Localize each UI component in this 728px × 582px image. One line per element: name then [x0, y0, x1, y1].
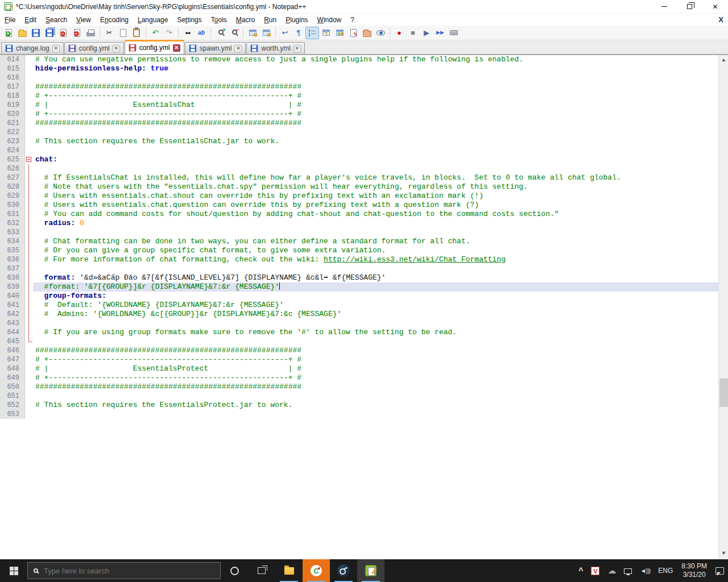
play-macro-button[interactable]: ▶ — [420, 27, 433, 39]
menu-plugins[interactable]: Plugins — [281, 15, 312, 25]
tray-clock[interactable]: 8:30 PM 3/31/20 — [677, 559, 712, 582]
code-text[interactable] — [33, 410, 718, 419]
stop-macro-button[interactable]: ■ — [406, 27, 420, 39]
word-wrap-button[interactable]: ↩ — [278, 27, 292, 39]
find-button[interactable]: ●● — [181, 27, 195, 39]
document-map-button[interactable] — [333, 27, 346, 39]
tab-config.yml[interactable]: config.yml✕ — [125, 40, 184, 54]
minimize-button[interactable] — [651, 0, 677, 14]
save-macro-button[interactable] — [447, 27, 461, 39]
tray-volume[interactable]: ◄))) — [636, 559, 654, 582]
folder-as-workspace-button[interactable] — [360, 27, 374, 39]
show-all-characters-button[interactable]: ¶ — [292, 27, 305, 39]
tray-network[interactable] — [620, 559, 636, 582]
taskbar-app-cortana[interactable] — [221, 559, 248, 582]
code-text[interactable]: # Note that users with the "essentials.c… — [33, 182, 718, 192]
document-list-button[interactable]: ✎ — [346, 27, 360, 39]
code-text[interactable]: # You can use negative permissions to re… — [33, 55, 718, 64]
code-text[interactable]: # Admins: '{WORLDNAME} &c[{GROUP}]&r {DI… — [33, 310, 718, 319]
indent-guide-button[interactable] — [305, 27, 319, 39]
code-text[interactable]: # If you are using group formats make su… — [33, 328, 718, 337]
cut-button[interactable]: ✂ — [102, 27, 116, 39]
tab-close-icon[interactable]: ✕ — [173, 44, 180, 52]
menu-help[interactable]: ? — [346, 15, 359, 25]
code-text[interactable]: # Or you can give a group specific chat … — [33, 246, 718, 255]
taskbar-app-notepadpp[interactable] — [357, 559, 384, 582]
taskbar-app-task-view[interactable] — [248, 559, 275, 582]
tab-config.yml[interactable]: config.yml✕ — [64, 42, 124, 54]
code-text[interactable]: ########################################… — [33, 119, 718, 128]
code-text[interactable] — [33, 337, 718, 346]
tab-close-icon[interactable]: ✕ — [52, 45, 60, 52]
code-text[interactable]: # Chat formatting can be done in two way… — [33, 237, 718, 246]
taskbar-app-steam[interactable] — [330, 559, 357, 582]
tab-close-icon[interactable]: ✕ — [293, 45, 301, 52]
run-macro-multiple-button[interactable]: ▶▶ — [433, 27, 447, 39]
zoom-out-button[interactable]: − — [227, 27, 241, 39]
menu-edit[interactable]: Edit — [20, 15, 41, 25]
tray-language[interactable]: ENG — [654, 559, 677, 582]
menu-settings[interactable]: Settings — [172, 15, 206, 25]
code-text[interactable]: ########################################… — [33, 383, 718, 392]
scroll-up-arrow-icon[interactable]: ▲ — [719, 55, 728, 65]
menu-encoding[interactable]: Encoding — [96, 15, 133, 25]
save-all-button[interactable] — [43, 27, 56, 39]
close-button[interactable]: ✕ — [702, 0, 728, 14]
tray-onedrive[interactable]: ☁ — [603, 559, 620, 582]
code-text[interactable]: #format: '&7[{GROUP}]&r {DISPLAYNAME}&7:… — [33, 282, 718, 292]
code-text[interactable]: # +-------------------------------------… — [33, 110, 718, 119]
code-text[interactable]: chat: — [33, 155, 718, 164]
scroll-down-arrow-icon[interactable]: ▼ — [719, 548, 728, 558]
new-file-button[interactable]: + — [2, 27, 15, 39]
print-button[interactable] — [84, 27, 97, 39]
record-macro-button[interactable]: ● — [392, 27, 406, 39]
code-text[interactable]: # This section requires the EssentialsCh… — [33, 137, 718, 146]
code-text[interactable]: ########################################… — [33, 346, 718, 355]
undo-button[interactable]: ↶ — [148, 27, 162, 39]
code-text[interactable] — [33, 146, 718, 155]
code-text[interactable]: # +-------------------------------------… — [33, 355, 718, 364]
menu-search[interactable]: Search — [41, 15, 72, 25]
code-text[interactable]: hide-permissionless-help: true — [33, 64, 718, 73]
code-text[interactable]: # This section requires the EssentialsPr… — [33, 401, 718, 410]
code-text[interactable] — [33, 128, 718, 137]
code-text[interactable]: # +-------------------------------------… — [33, 92, 718, 101]
code-text[interactable]: # | EssentialsChat | # — [33, 101, 718, 110]
open-file-button[interactable] — [15, 27, 29, 39]
menu-language[interactable]: Language — [133, 15, 172, 25]
code-text[interactable]: # Users with essentials.chat.shout can o… — [33, 192, 718, 201]
code-text[interactable]: ########################################… — [33, 82, 718, 92]
code-text[interactable] — [33, 319, 718, 328]
code-text[interactable]: format: '&d»&aCấp Đảo &7[&f{ISLAND_LEVEL… — [33, 273, 718, 282]
fold-collapse-icon[interactable] — [26, 157, 31, 162]
code-text[interactable] — [33, 73, 718, 82]
menu-window[interactable]: Window — [313, 15, 346, 25]
taskbar-app-coccoc-browser[interactable]: C — [303, 559, 330, 582]
tab-close-icon[interactable]: ✕ — [113, 45, 120, 52]
code-text[interactable]: # Default: '{WORLDNAME} {DISPLAYNAME}&7:… — [33, 301, 718, 310]
taskbar-search[interactable] — [27, 562, 221, 579]
code-text[interactable]: radius: 0 — [33, 219, 718, 228]
code-text[interactable] — [33, 228, 718, 237]
code-text[interactable]: # Users with essentials.chat.question ca… — [33, 201, 718, 210]
tab-change.log[interactable]: change.log✕ — [1, 42, 64, 54]
sync-scroll-horizontal-button[interactable] — [259, 27, 273, 39]
tray-expand-button[interactable]: ^ — [574, 559, 587, 582]
fold-margin[interactable] — [25, 155, 33, 164]
tab-spawn.yml[interactable]: spawn.yml✕ — [185, 42, 246, 54]
save-button[interactable] — [29, 27, 43, 39]
code-text[interactable]: # +-------------------------------------… — [33, 373, 718, 383]
menu-view[interactable]: View — [72, 15, 96, 25]
code-text[interactable]: group-formats: — [33, 292, 718, 301]
code-text[interactable] — [33, 392, 718, 401]
close-all-button[interactable]: − — [70, 27, 84, 39]
search-input[interactable] — [44, 567, 192, 575]
scrollbar-thumb[interactable] — [719, 379, 728, 407]
code-text[interactable] — [33, 164, 718, 173]
sync-scroll-vertical-button[interactable] — [246, 27, 259, 39]
zoom-in-button[interactable]: + — [213, 27, 227, 39]
copy-button[interactable] — [116, 27, 130, 39]
menu-tools[interactable]: Tools — [206, 15, 231, 25]
close-button[interactable]: − — [56, 27, 70, 39]
menubar-close-document-x[interactable]: X — [718, 15, 723, 24]
